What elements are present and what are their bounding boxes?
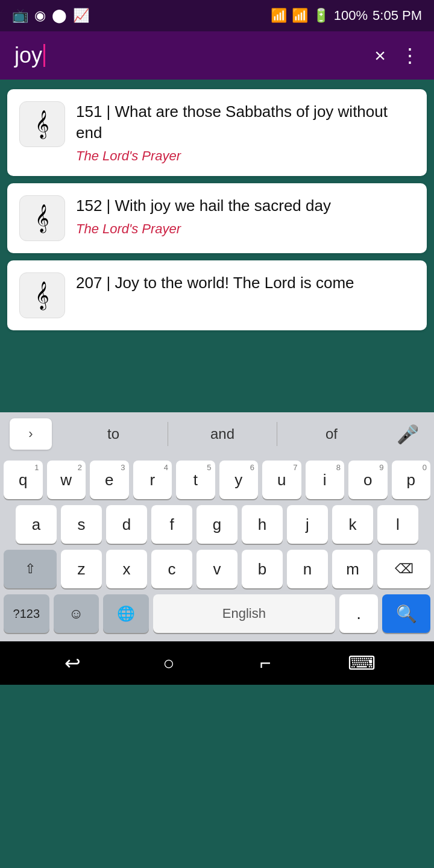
key-search[interactable]: 🔍 bbox=[382, 594, 430, 633]
results-area: 𝄞 151 | What are those Sabbaths of joy w… bbox=[0, 80, 434, 340]
key-o[interactable]: o9 bbox=[348, 461, 388, 499]
key-u[interactable]: u7 bbox=[262, 461, 301, 499]
result-card-3[interactable]: 𝄞 207 | Joy to the world! The Lord is co… bbox=[7, 260, 427, 330]
key-g[interactable]: g bbox=[197, 505, 237, 544]
status-left-icons: 📺 ◉ ⬤ 📈 bbox=[12, 8, 89, 24]
text-cursor bbox=[43, 44, 45, 67]
nav-back[interactable]: ↩ bbox=[55, 646, 89, 680]
key-shift[interactable]: ⇧ bbox=[4, 550, 57, 588]
key-v[interactable]: v bbox=[197, 550, 237, 588]
suggestion-to[interactable]: to bbox=[59, 426, 168, 442]
result-card-1[interactable]: 𝄞 151 | What are those Sabbaths of joy w… bbox=[7, 89, 427, 176]
search-text: joy bbox=[14, 43, 45, 68]
key-e[interactable]: e3 bbox=[90, 461, 129, 499]
key-w[interactable]: w2 bbox=[47, 461, 86, 499]
search-bar: joy × ⋮ bbox=[0, 31, 434, 80]
key-t[interactable]: t5 bbox=[176, 461, 215, 499]
battery-percent: 100% bbox=[334, 8, 368, 24]
card-title-1: 151 | What are those Sabbaths of joy wit… bbox=[76, 101, 415, 143]
signal-icon: 📶 bbox=[292, 8, 308, 24]
search-actions: × ⋮ bbox=[374, 44, 420, 67]
card-text-3: 207 | Joy to the world! The Lord is come bbox=[76, 272, 415, 298]
status-icon-4: 📈 bbox=[73, 8, 89, 24]
key-m[interactable]: m bbox=[332, 550, 373, 588]
music-icon-1: 𝄞 bbox=[19, 101, 65, 147]
nav-recents[interactable]: ⌐ bbox=[248, 646, 282, 680]
card-subtitle-1: The Lord's Prayer bbox=[76, 148, 415, 164]
key-numbers[interactable]: ?123 bbox=[4, 594, 49, 633]
key-delete[interactable]: ⌫ bbox=[377, 550, 430, 588]
card-text-1: 151 | What are those Sabbaths of joy wit… bbox=[76, 101, 415, 164]
mic-icon[interactable]: 🎤 bbox=[391, 417, 424, 451]
keyboard-row-3: ⇧ z x c v b n m ⌫ bbox=[4, 550, 430, 588]
wifi-icon: 📶 bbox=[271, 8, 287, 24]
suggestions-arrow[interactable]: › bbox=[10, 418, 52, 450]
close-icon[interactable]: × bbox=[374, 45, 386, 67]
key-b[interactable]: b bbox=[242, 550, 283, 588]
status-icon-3: ⬤ bbox=[52, 8, 67, 24]
nav-keyboard[interactable]: ⌨ bbox=[345, 646, 379, 680]
key-y[interactable]: y6 bbox=[219, 461, 259, 499]
key-f[interactable]: f bbox=[151, 505, 192, 544]
music-icon-2: 𝄞 bbox=[19, 195, 65, 241]
more-options-icon[interactable]: ⋮ bbox=[400, 44, 420, 67]
keyboard-row-2: a s d f g h j k l bbox=[4, 505, 430, 544]
status-bar: 📺 ◉ ⬤ 📈 📶 📶 🔋 100% 5:05 PM bbox=[0, 0, 434, 31]
key-l[interactable]: l bbox=[377, 505, 418, 544]
suggestion-of[interactable]: of bbox=[277, 426, 386, 442]
suggestion-and[interactable]: and bbox=[168, 426, 277, 442]
key-period[interactable]: . bbox=[339, 594, 378, 633]
key-p[interactable]: p0 bbox=[392, 461, 431, 499]
result-card-2[interactable]: 𝄞 152 | With joy we hail the sacred day … bbox=[7, 183, 427, 253]
keyboard-row-4: ?123 ☺ 🌐 English . 🔍 bbox=[4, 594, 430, 633]
search-input-area[interactable]: joy bbox=[14, 43, 365, 68]
card-subtitle-2: The Lord's Prayer bbox=[76, 221, 415, 237]
time: 5:05 PM bbox=[373, 8, 422, 24]
card-text-2: 152 | With joy we hail the sacred day Th… bbox=[76, 195, 415, 237]
key-k[interactable]: k bbox=[332, 505, 373, 544]
music-icon-3: 𝄞 bbox=[19, 272, 65, 318]
key-globe[interactable]: 🌐 bbox=[103, 594, 149, 633]
key-z[interactable]: z bbox=[61, 550, 102, 588]
key-i[interactable]: i8 bbox=[306, 461, 345, 499]
nav-home[interactable]: ○ bbox=[152, 646, 186, 680]
key-a[interactable]: a bbox=[16, 505, 57, 544]
key-x[interactable]: x bbox=[106, 550, 147, 588]
keyboard-row-1: q1 w2 e3 r4 t5 y6 u7 i8 o9 p0 bbox=[4, 461, 430, 499]
status-icon-1: 📺 bbox=[12, 8, 28, 24]
key-emoji[interactable]: ☺ bbox=[54, 594, 99, 633]
background-spacer bbox=[0, 340, 434, 412]
key-q[interactable]: q1 bbox=[4, 461, 43, 499]
nav-bar: ↩ ○ ⌐ ⌨ bbox=[0, 641, 434, 685]
card-title-3: 207 | Joy to the world! The Lord is come bbox=[76, 272, 415, 294]
key-h[interactable]: h bbox=[242, 505, 283, 544]
key-d[interactable]: d bbox=[106, 505, 147, 544]
status-right-info: 📶 📶 🔋 100% 5:05 PM bbox=[271, 8, 422, 24]
key-j[interactable]: j bbox=[287, 505, 328, 544]
status-icon-2: ◉ bbox=[34, 8, 46, 24]
key-r[interactable]: r4 bbox=[133, 461, 172, 499]
keyboard: q1 w2 e3 r4 t5 y6 u7 i8 o9 p0 a s d f g … bbox=[0, 456, 434, 641]
key-space[interactable]: English bbox=[153, 594, 335, 633]
key-c[interactable]: c bbox=[151, 550, 192, 588]
card-title-2: 152 | With joy we hail the sacred day bbox=[76, 195, 415, 216]
search-query: joy bbox=[14, 43, 42, 68]
key-s[interactable]: s bbox=[61, 505, 102, 544]
battery-icon: 🔋 bbox=[313, 8, 329, 24]
key-n[interactable]: n bbox=[287, 550, 328, 588]
keyboard-suggestions: › to and of 🎤 bbox=[0, 412, 434, 456]
